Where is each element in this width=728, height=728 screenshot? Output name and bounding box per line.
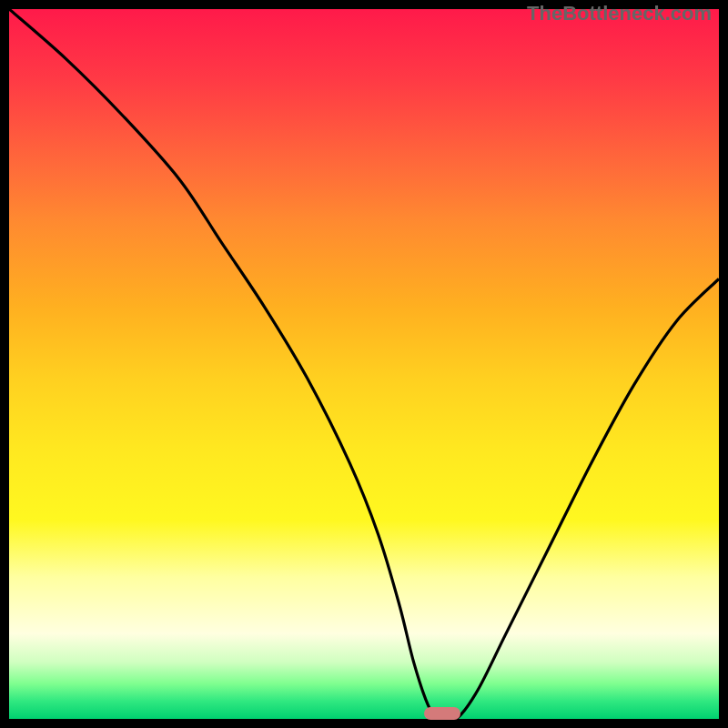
bottleneck-curve bbox=[9, 9, 719, 719]
curve-svg bbox=[9, 9, 719, 719]
optimal-marker bbox=[424, 707, 460, 720]
chart-container: TheBottleneck.com bbox=[0, 0, 728, 728]
plot-area bbox=[9, 9, 719, 719]
watermark-label: TheBottleneck.com bbox=[527, 2, 712, 25]
